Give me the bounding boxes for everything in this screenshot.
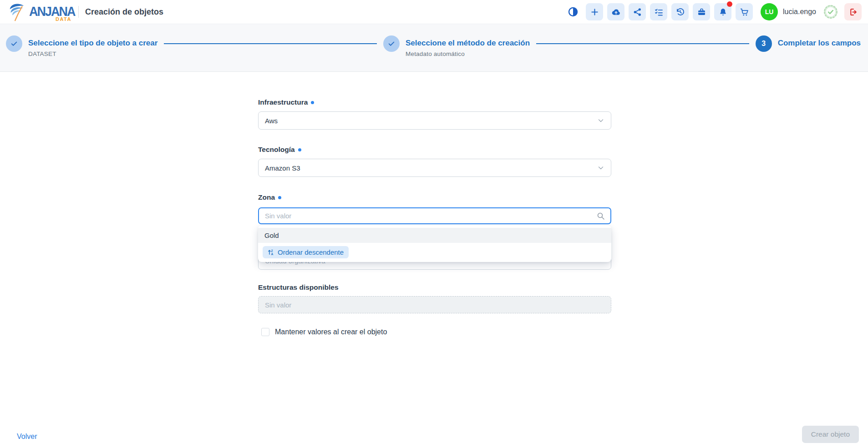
step-2-subtitle: Metadato automático <box>406 50 530 57</box>
sign-out-icon <box>848 7 858 17</box>
cart-button[interactable] <box>736 3 753 20</box>
form-column: Infraestructura Aws Tecnología Amazon S3… <box>258 72 611 448</box>
infraestructura-select[interactable]: Aws <box>258 111 611 130</box>
sort-row: Z A Ordenar descendente <box>258 243 611 258</box>
cart-icon <box>740 7 749 17</box>
zona-search-input[interactable] <box>258 207 611 224</box>
infraestructura-label: Infraestructura <box>258 98 314 106</box>
step-3-title: Completar los campos <box>778 38 861 48</box>
toolbox-button[interactable] <box>693 3 710 20</box>
keep-values-label: Mantener valores al crear el objeto <box>275 328 387 336</box>
checkbox-unchecked-icon[interactable] <box>261 328 269 336</box>
keep-values-checkbox-row[interactable]: Mantener valores al crear el objeto <box>261 328 387 336</box>
create-object-button[interactable]: Crear objeto <box>802 426 859 443</box>
app-header: ANJANA DATA Creación de objetos <box>0 0 868 24</box>
step-3-number: 3 <box>756 35 772 52</box>
contrast-icon[interactable] <box>567 6 579 18</box>
zona-option-gold[interactable]: Gold <box>258 228 611 243</box>
step-1-subtitle: DATASET <box>28 50 157 57</box>
share-nodes-icon <box>633 7 642 17</box>
app-root: ANJANA DATA Creación de objetos <box>0 0 868 448</box>
notifications-button[interactable] <box>714 3 731 20</box>
step-1[interactable]: Seleccione el tipo de objeto a crear DAT… <box>6 35 157 57</box>
history-icon <box>675 7 685 17</box>
header-divider <box>78 6 79 18</box>
history-button[interactable] <box>671 3 689 20</box>
back-link[interactable]: Volver <box>17 433 37 441</box>
lineage-button[interactable] <box>629 3 646 20</box>
step-connector-2 <box>536 43 749 44</box>
upload-button[interactable] <box>607 3 624 20</box>
tecnologia-select[interactable]: Amazon S3 <box>258 159 611 177</box>
zona-dropdown: Gold Z A Ordenar descendente <box>258 225 611 262</box>
brand-logo[interactable]: ANJANA DATA <box>6 1 76 22</box>
notification-badge <box>727 1 732 7</box>
username: lucia.engo <box>783 8 816 16</box>
form-area: Infraestructura Aws Tecnología Amazon S3… <box>0 72 868 448</box>
briefcase-icon <box>697 7 706 17</box>
step-2[interactable]: Seleccione el método de creación Metadat… <box>383 35 530 57</box>
step-connector-1 <box>164 43 377 44</box>
sort-descending-button[interactable]: Z A Ordenar descendente <box>263 246 349 258</box>
add-button[interactable] <box>586 3 603 20</box>
brand-text: ANJANA DATA <box>29 2 76 22</box>
checklist-icon <box>654 7 664 17</box>
infraestructura-value: Aws <box>265 117 278 125</box>
step-1-title: Seleccione el tipo de objeto a crear <box>28 38 157 48</box>
bell-icon <box>718 7 728 17</box>
infraestructura-label-text: Infraestructura <box>258 98 308 106</box>
user-avatar[interactable]: LU <box>761 3 778 20</box>
cloud-upload-icon <box>611 7 621 17</box>
tecnologia-label-text: Tecnología <box>258 146 295 154</box>
chevron-down-icon <box>597 164 604 171</box>
logout-button[interactable] <box>844 3 862 20</box>
required-dot <box>278 196 281 199</box>
zona-label-text: Zona <box>258 193 275 201</box>
step-2-title: Seleccione el método de creación <box>406 38 530 48</box>
svg-text:Z: Z <box>271 249 273 252</box>
page-title: Creación de objetos <box>85 7 163 17</box>
estructuras-placeholder: Sin valor <box>265 301 291 309</box>
brand-subname: DATA <box>56 16 71 22</box>
step-3[interactable]: 3 Completar los campos <box>756 35 861 52</box>
tasks-button[interactable] <box>650 3 667 20</box>
estructuras-label-text: Estructuras disponibles <box>258 283 339 292</box>
verified-badge-icon <box>823 4 838 20</box>
required-dot <box>298 148 301 151</box>
required-dot <box>311 101 314 104</box>
anjana-swoosh-icon <box>6 1 27 22</box>
step-2-check-icon <box>383 35 400 52</box>
svg-text:A: A <box>271 252 274 256</box>
sort-alpha-desc-icon: Z A <box>268 249 274 256</box>
step-1-check-icon <box>6 35 22 52</box>
header-toolbar: LU lucia.engo <box>567 3 862 20</box>
estructuras-disabled-input: Sin valor <box>258 296 611 313</box>
tecnologia-value: Amazon S3 <box>265 164 300 172</box>
search-icon <box>597 212 605 220</box>
plus-icon <box>590 7 599 17</box>
chevron-down-icon <box>597 117 604 124</box>
tecnologia-label: Tecnología <box>258 146 301 154</box>
estructuras-label: Estructuras disponibles <box>258 283 339 292</box>
zona-label: Zona <box>258 193 281 201</box>
stepper: Seleccione el tipo de objeto a crear DAT… <box>0 24 868 72</box>
sort-descending-label: Ordenar descendente <box>278 248 344 256</box>
